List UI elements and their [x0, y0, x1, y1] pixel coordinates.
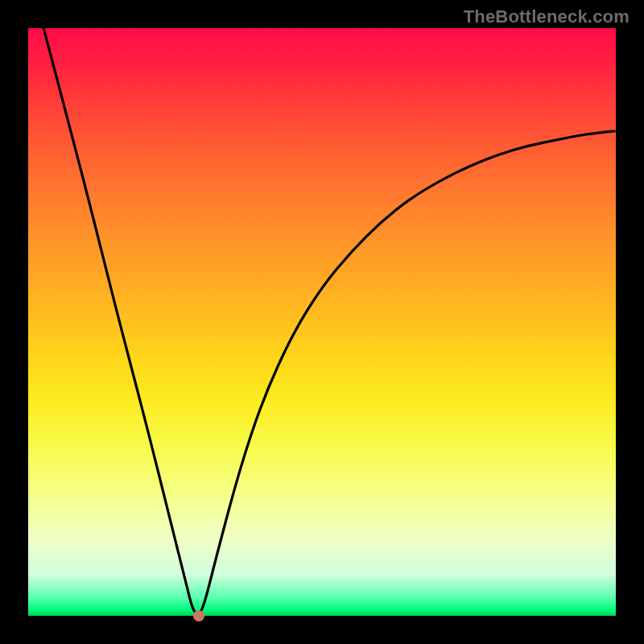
- optimal-point-marker: [193, 610, 204, 621]
- watermark-text: TheBottleneck.com: [464, 6, 630, 27]
- plot-area: [28, 28, 616, 616]
- curve-svg: [28, 28, 616, 616]
- chart-container: TheBottleneck.com: [0, 0, 644, 644]
- bottleneck-curve-path: [28, 28, 616, 614]
